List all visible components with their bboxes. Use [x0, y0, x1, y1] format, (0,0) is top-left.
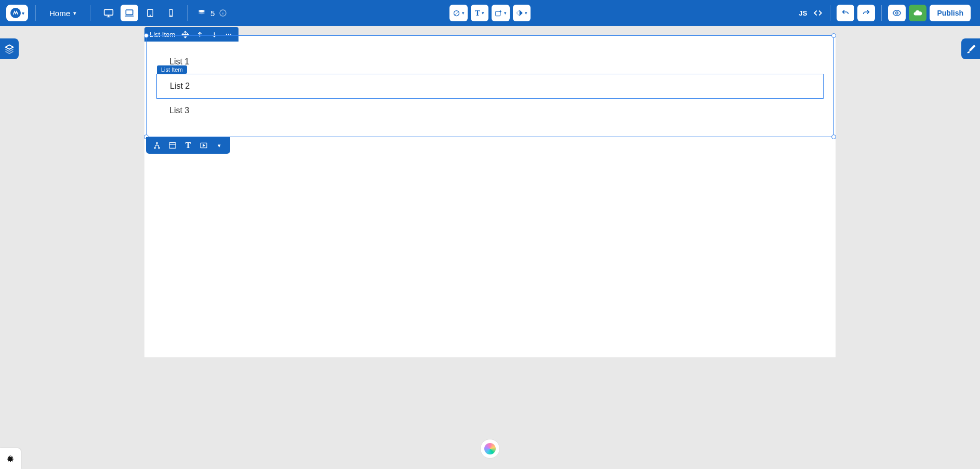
insert-block-button[interactable] — [168, 141, 177, 150]
svg-rect-10 — [496, 11, 500, 16]
hierarchy-icon — [153, 141, 161, 150]
info-icon — [219, 9, 227, 17]
top-toolbar: ▾ Home ▾ 5 ▾ T ▾ — [0, 0, 980, 26]
svg-point-16 — [154, 147, 156, 149]
move-icon — [181, 31, 189, 38]
redo-button[interactable] — [857, 5, 875, 21]
chevron-down-icon: ▾ — [22, 10, 24, 16]
assistant-button[interactable] — [480, 439, 500, 459]
insert-text-button[interactable]: T — [183, 141, 193, 150]
target-icon — [453, 9, 460, 17]
list-item-text: List 1 — [169, 57, 189, 66]
hover-element-tag: List Item — [157, 65, 187, 74]
database-icon — [197, 8, 206, 18]
svg-point-7 — [198, 12, 205, 15]
insert-component-button[interactable] — [152, 141, 162, 150]
divider — [35, 5, 36, 21]
save-button[interactable] — [909, 5, 926, 21]
selection-context-bar: List Item — [144, 27, 239, 42]
laptop-icon — [124, 8, 135, 18]
arrow-up-icon — [196, 31, 203, 38]
eye-icon — [892, 8, 902, 18]
svg-point-17 — [158, 147, 160, 149]
assistant-icon — [484, 443, 496, 454]
list-item[interactable]: List Item List 2 — [156, 74, 824, 99]
undo-icon — [841, 9, 850, 17]
layout-tool-button[interactable]: ▾ — [492, 5, 510, 21]
code-button[interactable] — [812, 8, 824, 18]
js-label[interactable]: JS — [799, 9, 810, 17]
list-item[interactable]: List 1 — [169, 50, 811, 74]
svg-point-11 — [896, 12, 898, 15]
insert-media-button[interactable] — [199, 141, 208, 150]
style-tool-button[interactable]: ▾ — [449, 5, 468, 21]
tablet-icon — [145, 8, 155, 18]
layout-icon — [168, 141, 177, 150]
selection-label: List Item — [150, 31, 175, 38]
svg-point-14 — [230, 34, 231, 35]
publish-label: Publish — [937, 9, 963, 17]
divider — [187, 5, 188, 21]
diamond-icon — [516, 9, 523, 17]
undo-button[interactable] — [837, 5, 854, 21]
divider — [881, 5, 882, 21]
page-root[interactable]: List Item List 1 — [144, 35, 836, 357]
desktop-button[interactable] — [121, 5, 138, 21]
desktop-large-button[interactable] — [100, 5, 117, 21]
app-menu-button[interactable]: ▾ — [6, 5, 28, 21]
preview-button[interactable] — [888, 5, 906, 21]
list-element[interactable]: List 1 List Item List 2 List 3 — [144, 35, 836, 133]
page-selector[interactable]: Home ▾ — [43, 9, 83, 18]
media-icon — [200, 141, 208, 150]
svg-point-15 — [156, 142, 158, 144]
device-breakpoint-group — [100, 5, 180, 21]
move-button[interactable] — [180, 30, 190, 39]
chevron-down-icon: ▾ — [218, 142, 221, 149]
data-counter[interactable]: 5 — [197, 8, 227, 18]
debug-button[interactable] — [0, 448, 21, 469]
resize-handle[interactable] — [831, 135, 836, 139]
more-options-button[interactable] — [224, 30, 233, 39]
monitor-icon — [103, 8, 114, 18]
svg-point-5 — [171, 15, 171, 16]
chevron-down-icon: ▾ — [504, 10, 507, 16]
arrow-down-icon — [211, 31, 218, 38]
canvas-area: List Item List 1 — [0, 26, 980, 469]
mobile-button[interactable] — [162, 5, 180, 21]
move-down-button[interactable] — [209, 30, 219, 39]
list-item-text: List 2 — [170, 82, 190, 90]
app-logo-icon — [10, 8, 21, 18]
mobile-icon — [167, 8, 175, 18]
svg-point-13 — [228, 34, 229, 35]
ellipsis-icon — [224, 31, 233, 38]
svg-point-12 — [226, 34, 227, 35]
tablet-button[interactable] — [141, 5, 159, 21]
svg-rect-18 — [169, 143, 176, 149]
move-up-button[interactable] — [195, 30, 204, 39]
cloud-check-icon — [913, 8, 922, 18]
svg-point-3 — [150, 15, 151, 16]
publish-button[interactable]: Publish — [930, 5, 971, 21]
chevron-down-icon: ▾ — [525, 10, 527, 16]
code-icon — [812, 8, 824, 18]
text-icon: T — [186, 141, 191, 150]
chevron-down-icon: ▾ — [462, 10, 465, 16]
typography-tool-button[interactable]: T ▾ — [471, 5, 488, 21]
insert-expand-button[interactable]: ▾ — [215, 142, 224, 149]
divider — [90, 5, 90, 21]
list-item-text: List 3 — [169, 106, 189, 115]
chevron-down-icon: ▾ — [482, 10, 484, 16]
color-tool-button[interactable]: ▾ — [513, 5, 531, 21]
insert-element-bar: T ▾ — [146, 137, 230, 154]
redo-icon — [862, 9, 870, 17]
right-controls: JS Publish — [799, 5, 971, 21]
text-icon: T — [475, 9, 480, 18]
list-item[interactable]: List 3 — [169, 99, 811, 123]
chevron-down-icon: ▾ — [73, 10, 76, 17]
page-name-label: Home — [49, 9, 70, 18]
divider — [830, 5, 830, 21]
svg-rect-0 — [104, 9, 113, 15]
bug-icon — [5, 453, 16, 464]
add-container-icon — [495, 9, 502, 17]
svg-rect-1 — [126, 10, 133, 15]
